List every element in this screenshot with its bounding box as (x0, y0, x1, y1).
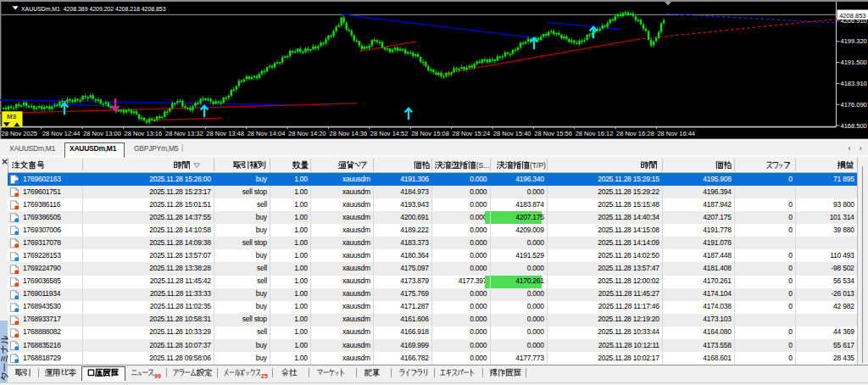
svg-text:4199.320: 4199.320 (841, 37, 867, 45)
svg-text:XAUUSDm,M1 4208.389 4209.202: XAUUSDm,M1 4208.389 4209.202 4208.218 42… (21, 6, 166, 12)
svg-text:28 Nov 13:48: 28 Nov 13:48 (206, 130, 244, 137)
svg-text:M3: M3 (7, 113, 17, 120)
svg-text:28 Nov 13:16: 28 Nov 13:16 (125, 130, 163, 137)
svg-text:28 Nov 13:00: 28 Nov 13:00 (83, 130, 121, 137)
svg-text:28 Nov 16:28: 28 Nov 16:28 (616, 130, 654, 137)
svg-text:28 Nov 16:44: 28 Nov 16:44 (657, 130, 695, 137)
svg-text:28 Nov 15:08: 28 Nov 15:08 (411, 130, 449, 137)
svg-text:28 Nov 15:56: 28 Nov 15:56 (534, 130, 572, 137)
svg-text:28 Nov 2025: 28 Nov 2025 (2, 130, 38, 137)
svg-text:28 Nov 14:36: 28 Nov 14:36 (330, 130, 368, 137)
svg-text:28 Nov 15:40: 28 Nov 15:40 (493, 130, 531, 137)
svg-text:28 Nov 14:52: 28 Nov 14:52 (370, 130, 409, 137)
svg-text:28 Nov 14:20: 28 Nov 14:20 (288, 130, 326, 137)
svg-text:28 Nov 15:24: 28 Nov 15:24 (453, 130, 491, 137)
svg-text:4176.090: 4176.090 (841, 101, 867, 109)
svg-text:4183.910: 4183.910 (841, 80, 867, 87)
svg-text:28 Nov 14:04: 28 Nov 14:04 (248, 130, 286, 137)
svg-text:28 Nov 13:32: 28 Nov 13:32 (165, 130, 203, 137)
svg-text:28 Nov 16:12: 28 Nov 16:12 (576, 130, 614, 137)
svg-text:4191.500: 4191.500 (841, 59, 867, 66)
svg-text:4168.500: 4168.500 (841, 122, 867, 130)
svg-text:4208.853: 4208.853 (839, 12, 865, 20)
svg-text:28 Nov 12:44: 28 Nov 12:44 (42, 130, 81, 137)
